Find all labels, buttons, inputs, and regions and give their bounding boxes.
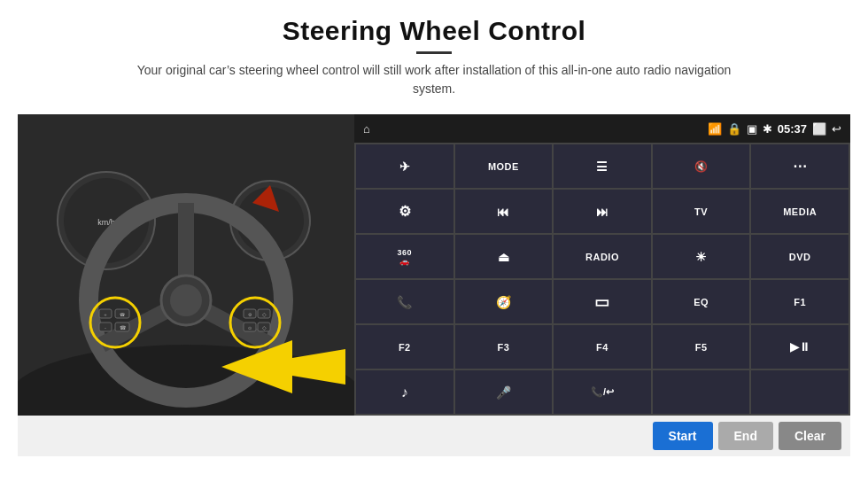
status-time: 05:37 (778, 122, 807, 136)
svg-point-12 (170, 284, 202, 316)
btn-apps[interactable]: ⋯ (751, 144, 849, 188)
steering-wheel-image: km/h + - (18, 114, 354, 416)
btn-navigation[interactable]: 🧭 (455, 280, 553, 323)
title-section: Steering Wheel Control Your original car… (124, 16, 744, 109)
svg-text:☎: ☎ (120, 312, 125, 317)
lock-icon: 🔒 (727, 122, 741, 136)
btn-play-pause[interactable]: ▶⏸ (751, 325, 849, 369)
btn-f2[interactable]: F2 (356, 325, 453, 369)
content-row: km/h + - (18, 114, 850, 416)
btn-mute[interactable]: 🔇 (653, 144, 750, 188)
btn-tv[interactable]: TV (653, 190, 750, 233)
sd-icon: ▣ (747, 122, 757, 136)
btn-screen-mode[interactable]: ▭ (554, 280, 651, 323)
btn-eq[interactable]: EQ (653, 280, 750, 323)
btn-vol-phone[interactable]: 📞/↩ (554, 370, 651, 414)
bluetooth-icon: ✱ (763, 122, 772, 136)
page-title: Steering Wheel Control (124, 16, 744, 46)
btn-music[interactable]: ♪ (356, 370, 453, 414)
svg-text:⊙: ⊙ (248, 325, 252, 330)
btn-eject[interactable]: ⏏ (455, 235, 553, 278)
btn-f4[interactable]: F4 (554, 325, 651, 369)
button-grid: ✈ MODE ☰ 🔇 ⋯ ⚙ ⏮ ⏭ TV MEDIA 360🚗 ⏏ RADIO… (354, 143, 850, 416)
btn-list[interactable]: ☰ (554, 144, 651, 188)
svg-text:◇: ◇ (262, 325, 267, 330)
back-icon[interactable]: ↩ (832, 122, 841, 136)
btn-prev-track[interactable]: ⏮ (455, 190, 553, 233)
btn-media[interactable]: MEDIA (751, 190, 849, 233)
btn-next-track[interactable]: ⏭ (554, 190, 651, 233)
btn-radio[interactable]: RADIO (554, 235, 651, 278)
clear-button[interactable]: Clear (779, 422, 841, 450)
android-panel: ⌂ 📶 🔒 ▣ ✱ 05:37 ⬜ ↩ ✈ MODE ☰ 🔇 (354, 114, 850, 416)
btn-dvd[interactable]: DVD (751, 235, 849, 278)
svg-text:☎: ☎ (120, 325, 127, 330)
svg-text:-: - (105, 325, 106, 330)
title-divider (416, 51, 452, 54)
status-bar: ⌂ 📶 🔒 ▣ ✱ 05:37 ⬜ ↩ (354, 114, 850, 143)
home-icon[interactable]: ⌂ (363, 122, 370, 136)
btn-settings[interactable]: ⚙ (356, 190, 453, 233)
btn-empty-1 (653, 370, 750, 414)
btn-phone-call[interactable]: 📞 (356, 280, 453, 323)
btn-brightness[interactable]: ☀ (653, 235, 750, 278)
wifi-icon: 📶 (708, 122, 722, 136)
btn-360[interactable]: 360🚗 (356, 235, 453, 278)
status-right: 📶 🔒 ▣ ✱ 05:37 ⬜ ↩ (708, 122, 841, 136)
btn-mode[interactable]: MODE (455, 144, 553, 188)
bottom-action-bar: Start End Clear (18, 416, 850, 456)
start-button[interactable]: Start (653, 422, 713, 450)
btn-navigate[interactable]: ✈ (356, 144, 453, 188)
end-button[interactable]: End (718, 422, 773, 450)
status-left: ⌂ (363, 122, 370, 136)
cast-icon: ⬜ (812, 122, 826, 136)
page-wrapper: Steering Wheel Control Your original car… (0, 0, 868, 482)
page-subtitle: Your original car’s steering wheel contr… (124, 61, 744, 98)
svg-text:◇: ◇ (262, 312, 267, 317)
btn-f5[interactable]: F5 (653, 325, 750, 369)
btn-f3[interactable]: F3 (455, 325, 553, 369)
btn-f1[interactable]: F1 (751, 280, 849, 323)
svg-text:+: + (104, 312, 107, 317)
btn-microphone[interactable]: 🎤 (455, 370, 553, 414)
btn-empty-2 (751, 370, 849, 414)
